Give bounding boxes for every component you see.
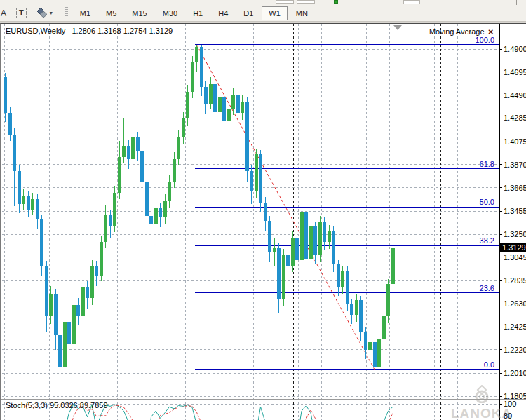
timeframe-button-m1[interactable]: M1 xyxy=(73,6,97,20)
toolbar-fragment-box xyxy=(297,0,315,4)
timeframe-button-group: M1M5M15M30H1H4D1W1MN xyxy=(72,6,316,20)
current-price-badge: 1.3129 xyxy=(500,243,526,252)
chart-shift-marker-icon[interactable] xyxy=(393,25,402,30)
price-axis-label: 1.3665 xyxy=(504,184,526,192)
toolbar-fragment-box xyxy=(276,0,294,4)
text-tool-icon: T xyxy=(16,8,27,18)
stochastic-label: Stoch(5,3,3) 95.0326 89.7859 xyxy=(6,401,108,409)
moving-average-label: Moving Average xyxy=(429,27,485,36)
indicator-name-label: Moving Average✕ xyxy=(429,27,494,36)
close-icon[interactable]: ✕ xyxy=(488,28,494,36)
price-axis-label: 1.4900 xyxy=(504,45,526,53)
price-axis-label: 1.4695 xyxy=(504,68,526,76)
timeframe-button-h1[interactable]: H1 xyxy=(186,6,210,20)
window-edge xyxy=(516,0,517,5)
price-axis-label: 1.2010 xyxy=(504,369,526,377)
price-axis-label: 1.2425 xyxy=(504,323,526,331)
status-dot-icon xyxy=(334,0,338,4)
price-axis-label: 1.3455 xyxy=(504,207,526,215)
price-axis-label: 1.4490 xyxy=(504,91,526,100)
timeframe-button-m30[interactable]: M30 xyxy=(156,6,184,20)
arrow-tool-button[interactable]: A xyxy=(0,6,10,20)
price-axis-label: 1.2630 xyxy=(504,299,526,308)
fib-level-label: 100.0 xyxy=(475,36,494,44)
toolbar-drag-handle[interactable] xyxy=(65,7,68,20)
timeframe-button-d1[interactable]: D1 xyxy=(236,6,260,20)
stoch-axis-label: 80 xyxy=(504,412,512,420)
timeframe-button-h4[interactable]: H4 xyxy=(211,6,235,20)
fib-level-label: 38.2 xyxy=(480,236,494,245)
price-axis-label: 1.2220 xyxy=(504,346,526,354)
timeframe-button-m15[interactable]: M15 xyxy=(125,6,154,20)
price-axis-label: 1.3250 xyxy=(504,230,526,238)
chart-window: EURUSD,Weekly1.2806 1.3168 1.2754 1.3129… xyxy=(0,23,526,420)
price-axis-label: 1.3870 xyxy=(504,161,526,169)
toolbar: A T ▾ M1M5M15M30H1H4D1W1MN xyxy=(0,5,526,22)
chart-title: EURUSD,Weekly1.2806 1.3168 1.2754 1.3129 xyxy=(6,27,173,35)
diamond-shapes-icon xyxy=(36,8,48,19)
timeframe-button-w1[interactable]: W1 xyxy=(262,6,288,20)
fib-level-label: 23.6 xyxy=(480,284,494,292)
stoch-axis-label: 100 xyxy=(504,400,516,408)
timeframe-button-mn[interactable]: MN xyxy=(289,6,315,20)
fib-level-label: 50.0 xyxy=(480,198,494,206)
shapes-tool-button[interactable]: ▾ xyxy=(33,6,56,20)
price-axis-label: 1.4075 xyxy=(504,137,526,146)
fib-level-label: 61.8 xyxy=(480,160,494,168)
price-axis-label: 1.4285 xyxy=(504,114,526,122)
timeframe-button-m5[interactable]: M5 xyxy=(99,6,123,20)
ohlc-values: 1.2806 1.3168 1.2754 1.3129 xyxy=(72,27,173,35)
symbol-period-label: EURUSD,Weekly xyxy=(6,27,65,35)
chart-canvas[interactable] xyxy=(1,24,526,420)
price-axis-label: 1.3045 xyxy=(504,253,526,262)
fib-level-label: 0.0 xyxy=(484,360,494,369)
text-tool-button[interactable]: T xyxy=(13,6,30,20)
price-axis-label: 1.2835 xyxy=(504,276,526,285)
toolbar-fragment-box xyxy=(403,0,420,4)
chevron-down-icon: ▾ xyxy=(50,10,53,16)
top-toolbar-fragment xyxy=(0,0,526,5)
